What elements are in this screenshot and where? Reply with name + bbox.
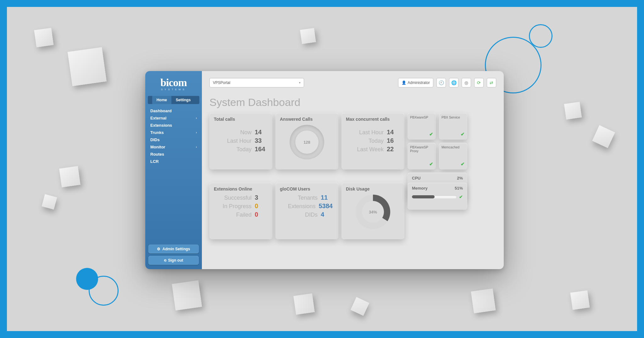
stat-label: Last Hour bbox=[359, 129, 384, 136]
brand-name: bicom bbox=[148, 77, 199, 89]
admin-chip[interactable]: 👤 Administrator bbox=[398, 78, 433, 87]
nav-label: Dashboard bbox=[150, 108, 172, 113]
user-icon: 👤 bbox=[402, 80, 406, 85]
nav-trunks[interactable]: Trunks› bbox=[145, 129, 202, 136]
refresh-icon: ⇄ bbox=[490, 80, 493, 85]
disk-donut: 34% bbox=[356, 195, 390, 229]
stat-label: Tenants bbox=[298, 195, 318, 201]
stat-value: 5384 bbox=[319, 202, 333, 210]
brand-sub: SYSTEMS bbox=[148, 88, 199, 91]
status-memcached: Memcached✔ bbox=[439, 143, 467, 169]
button-label: Sign out bbox=[168, 258, 183, 263]
donut-center-value: 128 bbox=[290, 125, 324, 159]
brand-logo: bicom SYSTEMS bbox=[145, 71, 202, 94]
refresh-icon-button[interactable]: ⇄ bbox=[487, 78, 496, 87]
reload-icon-button[interactable]: ⟳ bbox=[474, 78, 484, 87]
stat-label: Now bbox=[240, 129, 252, 136]
clock-icon-button[interactable]: 🕘 bbox=[436, 78, 446, 87]
sign-out-button[interactable]: ⎋Sign out bbox=[148, 256, 199, 265]
stat-label: Successful bbox=[224, 195, 252, 201]
nav-label: Trunks bbox=[150, 130, 164, 135]
stat-label: Today bbox=[369, 138, 384, 144]
decor-circle bbox=[529, 24, 552, 48]
nav-label: External bbox=[150, 116, 166, 120]
button-label: Admin Settings bbox=[162, 247, 190, 251]
reload-icon: ⟳ bbox=[477, 80, 481, 85]
stat-value: 33 bbox=[255, 137, 267, 144]
decor-cube bbox=[300, 28, 316, 44]
decor-cube bbox=[172, 280, 202, 310]
status-label: Memcached bbox=[441, 145, 465, 149]
card-total-calls: Total calls Now14 Last Hour33 Today164 bbox=[209, 113, 272, 169]
app-window: bicom SYSTEMS Home Settings Dashboard Ex… bbox=[145, 71, 504, 269]
nav-label: DIDs bbox=[150, 137, 160, 142]
stat-label: Last Week bbox=[357, 146, 384, 153]
check-icon: ✔ bbox=[410, 131, 433, 137]
tab-settings[interactable]: Settings bbox=[171, 96, 195, 104]
check-icon: ✔ bbox=[441, 131, 465, 137]
admin-settings-button[interactable]: ⚙Admin Settings bbox=[148, 245, 199, 253]
donut-center-value: 34% bbox=[356, 195, 390, 229]
globe-icon-button[interactable]: 🌐 bbox=[449, 78, 458, 87]
status-column-2: PBX Service✔ Memcached✔ bbox=[439, 113, 467, 169]
status-pbxwaresp: PBXwareSP✔ bbox=[408, 113, 436, 140]
decor-cube bbox=[293, 293, 315, 315]
stat-value: 11 bbox=[321, 194, 333, 201]
chevron-right-icon: › bbox=[196, 116, 197, 120]
bar-title: Memory bbox=[412, 186, 428, 191]
sidebar-nav: Dashboard External› Extensions Trunks› D… bbox=[145, 107, 202, 165]
card-title: Disk Usage bbox=[346, 186, 400, 191]
nav-lcr[interactable]: LCR bbox=[145, 158, 202, 165]
card-title: Extensions Online bbox=[214, 186, 268, 191]
stat-value: 0 bbox=[255, 202, 267, 210]
globe-icon: 🌐 bbox=[451, 80, 457, 85]
stat-label: Last Hour bbox=[227, 138, 252, 144]
status-label: PBX Service bbox=[441, 115, 465, 119]
stat-label: DIDs bbox=[305, 212, 318, 218]
decor-cube bbox=[564, 102, 582, 119]
stat-label: Today bbox=[236, 146, 252, 153]
bar-percent: 2% bbox=[457, 176, 463, 180]
card-title: Total calls bbox=[214, 117, 268, 122]
nav-routes[interactable]: Routes bbox=[145, 151, 202, 158]
admin-label: Administrator bbox=[408, 80, 430, 85]
stat-value: 0 bbox=[255, 211, 267, 218]
stat-value: 14 bbox=[255, 129, 267, 136]
decor-cube bbox=[42, 194, 57, 210]
sidebar: bicom SYSTEMS Home Settings Dashboard Ex… bbox=[145, 71, 202, 269]
stat-label: Failed bbox=[236, 212, 252, 218]
bar-percent: 51% bbox=[455, 186, 463, 191]
stat-label: Extensions bbox=[288, 203, 315, 210]
answered-donut: 128 bbox=[290, 125, 324, 159]
check-icon: ✔ bbox=[459, 194, 463, 199]
tenant-select[interactable]: VPSPortal ▾ bbox=[209, 78, 304, 87]
bar-title: CPU bbox=[412, 176, 420, 180]
nav-dashboard[interactable]: Dashboard bbox=[145, 107, 202, 114]
version-icon-button[interactable]: ◎ bbox=[462, 78, 471, 87]
decor-cube bbox=[59, 166, 80, 187]
decor-cube bbox=[34, 28, 53, 47]
info-icon: ◎ bbox=[464, 80, 468, 85]
nav-label: Monitor bbox=[150, 145, 165, 149]
page-title: System Dashboard bbox=[209, 96, 496, 108]
clock-icon: 🕘 bbox=[439, 80, 444, 85]
nav-external[interactable]: External› bbox=[145, 114, 202, 122]
card-answered-calls: Answered Calls 128 bbox=[275, 113, 338, 169]
chevron-right-icon: › bbox=[196, 131, 197, 134]
status-column-1: PBXwareSP✔ PBXwareSP Proxy✔ bbox=[408, 113, 436, 169]
check-icon: ✔ bbox=[441, 161, 465, 167]
nav-dids[interactable]: DIDs bbox=[145, 136, 202, 143]
card-memory: Memory51% ✔ bbox=[408, 183, 467, 210]
nav-monitor[interactable]: Monitor› bbox=[145, 143, 202, 151]
stat-value: 14 bbox=[387, 129, 399, 136]
status-label: PBXwareSP Proxy bbox=[410, 145, 433, 153]
chevron-right-icon: › bbox=[196, 145, 197, 149]
nav-extensions[interactable]: Extensions bbox=[145, 122, 202, 129]
tab-home[interactable]: Home bbox=[152, 96, 171, 104]
main-area: VPSPortal ▾ 👤 Administrator 🕘 🌐 ◎ ⟳ ⇄ Sy… bbox=[202, 71, 504, 269]
decor-cube bbox=[592, 125, 615, 148]
decor-cube bbox=[570, 290, 590, 310]
card-title: Answered Calls bbox=[280, 117, 334, 122]
memory-bar-track bbox=[412, 195, 457, 198]
gear-icon: ⚙ bbox=[157, 247, 160, 251]
